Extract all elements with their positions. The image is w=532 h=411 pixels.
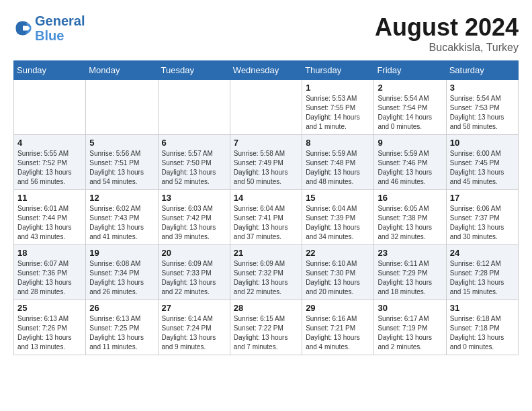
- day-info: Sunrise: 6:04 AM Sunset: 7:41 PM Dayligh…: [234, 204, 298, 242]
- day-info: Sunrise: 6:07 AM Sunset: 7:36 PM Dayligh…: [17, 259, 82, 297]
- calendar-cell: 29Sunrise: 6:16 AM Sunset: 7:21 PM Dayli…: [302, 300, 374, 355]
- calendar-cell: 14Sunrise: 6:04 AM Sunset: 7:41 PM Dayli…: [230, 190, 302, 245]
- calendar-cell: 16Sunrise: 6:05 AM Sunset: 7:38 PM Dayli…: [374, 190, 446, 245]
- calendar-cell: 17Sunrise: 6:06 AM Sunset: 7:37 PM Dayli…: [446, 190, 518, 245]
- calendar-cell: 30Sunrise: 6:17 AM Sunset: 7:19 PM Dayli…: [374, 300, 446, 355]
- day-number: 26: [89, 303, 154, 313]
- logo-icon: [13, 19, 32, 38]
- day-number: 9: [378, 138, 442, 148]
- day-number: 18: [17, 248, 82, 258]
- calendar-cell: 22Sunrise: 6:10 AM Sunset: 7:30 PM Dayli…: [302, 245, 374, 300]
- day-number: 8: [306, 138, 370, 148]
- day-number: 20: [162, 248, 226, 258]
- calendar-cell: 23Sunrise: 6:11 AM Sunset: 7:29 PM Dayli…: [374, 245, 446, 300]
- calendar-cell: 18Sunrise: 6:07 AM Sunset: 7:36 PM Dayli…: [14, 245, 86, 300]
- calendar-cell: 6Sunrise: 5:57 AM Sunset: 7:50 PM Daylig…: [158, 135, 230, 190]
- weekday-header: Wednesday: [230, 61, 302, 80]
- day-info: Sunrise: 6:01 AM Sunset: 7:44 PM Dayligh…: [17, 204, 82, 242]
- day-info: Sunrise: 5:53 AM Sunset: 7:55 PM Dayligh…: [306, 94, 370, 132]
- calendar-cell: 10Sunrise: 6:00 AM Sunset: 7:45 PM Dayli…: [446, 135, 518, 190]
- weekday-header: Sunday: [14, 61, 86, 80]
- calendar-cell: 26Sunrise: 6:13 AM Sunset: 7:25 PM Dayli…: [86, 300, 158, 355]
- day-number: 15: [306, 193, 370, 203]
- day-number: 5: [89, 138, 154, 148]
- weekday-header: Friday: [374, 61, 446, 80]
- day-number: 6: [162, 138, 226, 148]
- day-number: 25: [17, 303, 82, 313]
- calendar-cell: [14, 80, 86, 135]
- calendar-week-row: 11Sunrise: 6:01 AM Sunset: 7:44 PM Dayli…: [14, 190, 519, 245]
- day-info: Sunrise: 6:10 AM Sunset: 7:30 PM Dayligh…: [306, 259, 370, 297]
- calendar-cell: 24Sunrise: 6:12 AM Sunset: 7:28 PM Dayli…: [446, 245, 518, 300]
- weekday-header: Monday: [86, 61, 158, 80]
- day-info: Sunrise: 6:17 AM Sunset: 7:19 PM Dayligh…: [378, 314, 442, 352]
- calendar-cell: 11Sunrise: 6:01 AM Sunset: 7:44 PM Dayli…: [14, 190, 86, 245]
- day-info: Sunrise: 5:54 AM Sunset: 7:54 PM Dayligh…: [378, 94, 442, 132]
- day-info: Sunrise: 6:18 AM Sunset: 7:18 PM Dayligh…: [450, 314, 515, 352]
- day-number: 11: [17, 193, 82, 203]
- day-info: Sunrise: 6:05 AM Sunset: 7:38 PM Dayligh…: [378, 204, 442, 242]
- day-number: 31: [450, 303, 515, 313]
- day-info: Sunrise: 6:09 AM Sunset: 7:33 PM Dayligh…: [162, 259, 226, 297]
- day-info: Sunrise: 6:14 AM Sunset: 7:24 PM Dayligh…: [162, 314, 226, 352]
- calendar-cell: 3Sunrise: 5:54 AM Sunset: 7:53 PM Daylig…: [446, 80, 518, 135]
- title-block: August 2024 Bucakkisla, Turkey: [375, 13, 519, 54]
- calendar-cell: 20Sunrise: 6:09 AM Sunset: 7:33 PM Dayli…: [158, 245, 230, 300]
- calendar-cell: [158, 80, 230, 135]
- day-number: 2: [378, 83, 442, 93]
- calendar-week-row: 25Sunrise: 6:13 AM Sunset: 7:26 PM Dayli…: [14, 300, 519, 355]
- day-info: Sunrise: 6:13 AM Sunset: 7:26 PM Dayligh…: [17, 314, 82, 352]
- calendar-cell: 25Sunrise: 6:13 AM Sunset: 7:26 PM Dayli…: [14, 300, 86, 355]
- month-year: August 2024: [375, 13, 519, 42]
- day-info: Sunrise: 5:58 AM Sunset: 7:49 PM Dayligh…: [234, 149, 298, 187]
- day-number: 21: [234, 248, 298, 258]
- weekday-header: Thursday: [302, 61, 374, 80]
- day-info: Sunrise: 6:13 AM Sunset: 7:25 PM Dayligh…: [89, 314, 154, 352]
- calendar-cell: 4Sunrise: 5:55 AM Sunset: 7:52 PM Daylig…: [14, 135, 86, 190]
- page-header: General Blue August 2024 Bucakkisla, Tur…: [13, 13, 519, 54]
- calendar-week-row: 18Sunrise: 6:07 AM Sunset: 7:36 PM Dayli…: [14, 245, 519, 300]
- calendar-cell: 2Sunrise: 5:54 AM Sunset: 7:54 PM Daylig…: [374, 80, 446, 135]
- day-number: 17: [450, 193, 515, 203]
- day-number: 3: [450, 83, 515, 93]
- day-info: Sunrise: 6:12 AM Sunset: 7:28 PM Dayligh…: [450, 259, 515, 297]
- weekday-header: Saturday: [446, 61, 518, 80]
- calendar-cell: 9Sunrise: 5:59 AM Sunset: 7:46 PM Daylig…: [374, 135, 446, 190]
- day-number: 29: [306, 303, 370, 313]
- day-number: 10: [450, 138, 515, 148]
- calendar-cell: 7Sunrise: 5:58 AM Sunset: 7:49 PM Daylig…: [230, 135, 302, 190]
- day-info: Sunrise: 6:03 AM Sunset: 7:42 PM Dayligh…: [162, 204, 226, 242]
- day-info: Sunrise: 6:02 AM Sunset: 7:43 PM Dayligh…: [89, 204, 154, 242]
- weekday-header-row: SundayMondayTuesdayWednesdayThursdayFrid…: [14, 61, 519, 80]
- day-info: Sunrise: 6:16 AM Sunset: 7:21 PM Dayligh…: [306, 314, 370, 352]
- day-number: 14: [234, 193, 298, 203]
- calendar-cell: 28Sunrise: 6:15 AM Sunset: 7:22 PM Dayli…: [230, 300, 302, 355]
- day-number: 12: [89, 193, 154, 203]
- day-number: 1: [306, 83, 370, 93]
- logo-line2: Blue: [35, 28, 64, 43]
- day-info: Sunrise: 6:00 AM Sunset: 7:45 PM Dayligh…: [450, 149, 515, 187]
- calendar-cell: 21Sunrise: 6:09 AM Sunset: 7:32 PM Dayli…: [230, 245, 302, 300]
- day-info: Sunrise: 6:15 AM Sunset: 7:22 PM Dayligh…: [234, 314, 298, 352]
- day-info: Sunrise: 6:09 AM Sunset: 7:32 PM Dayligh…: [234, 259, 298, 297]
- day-number: 27: [162, 303, 226, 313]
- day-info: Sunrise: 6:08 AM Sunset: 7:34 PM Dayligh…: [89, 259, 154, 297]
- day-number: 4: [17, 138, 82, 148]
- calendar-cell: 31Sunrise: 6:18 AM Sunset: 7:18 PM Dayli…: [446, 300, 518, 355]
- calendar-cell: 1Sunrise: 5:53 AM Sunset: 7:55 PM Daylig…: [302, 80, 374, 135]
- calendar-cell: 19Sunrise: 6:08 AM Sunset: 7:34 PM Dayli…: [86, 245, 158, 300]
- calendar-cell: [86, 80, 158, 135]
- day-info: Sunrise: 6:11 AM Sunset: 7:29 PM Dayligh…: [378, 259, 442, 297]
- location: Bucakkisla, Turkey: [375, 42, 519, 54]
- day-number: 23: [378, 248, 442, 258]
- day-info: Sunrise: 5:59 AM Sunset: 7:48 PM Dayligh…: [306, 149, 370, 187]
- day-info: Sunrise: 5:54 AM Sunset: 7:53 PM Dayligh…: [450, 94, 515, 132]
- calendar-cell: 27Sunrise: 6:14 AM Sunset: 7:24 PM Dayli…: [158, 300, 230, 355]
- day-info: Sunrise: 5:55 AM Sunset: 7:52 PM Dayligh…: [17, 149, 82, 187]
- day-info: Sunrise: 5:57 AM Sunset: 7:50 PM Dayligh…: [162, 149, 226, 187]
- calendar-cell: 8Sunrise: 5:59 AM Sunset: 7:48 PM Daylig…: [302, 135, 374, 190]
- day-number: 7: [234, 138, 298, 148]
- day-info: Sunrise: 6:04 AM Sunset: 7:39 PM Dayligh…: [306, 204, 370, 242]
- calendar-cell: 15Sunrise: 6:04 AM Sunset: 7:39 PM Dayli…: [302, 190, 374, 245]
- day-info: Sunrise: 5:56 AM Sunset: 7:51 PM Dayligh…: [89, 149, 154, 187]
